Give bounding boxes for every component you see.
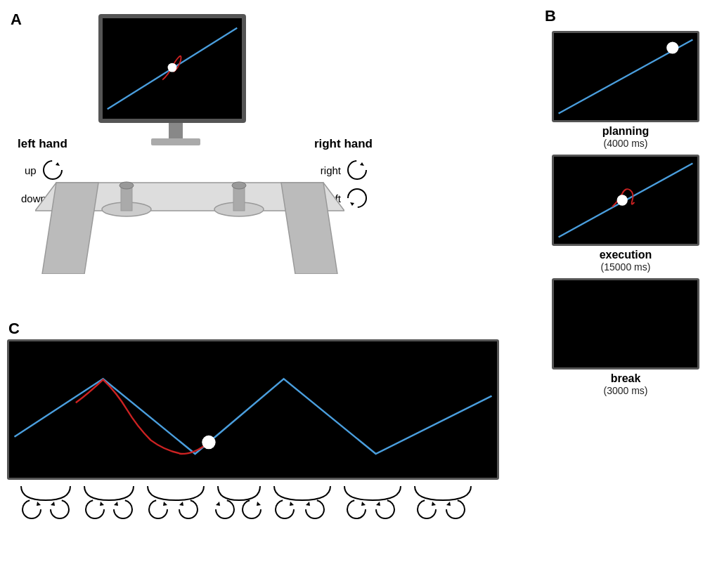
svg-point-14 — [232, 182, 246, 189]
svg-marker-35 — [257, 502, 261, 506]
right-right-icon — [345, 158, 369, 182]
break-duration: (3000 ms) — [603, 385, 647, 396]
svg-rect-10 — [121, 186, 132, 211]
svg-point-16 — [666, 41, 678, 53]
svg-point-19 — [202, 436, 215, 449]
svg-marker-47 — [446, 502, 451, 506]
planning-phase: planning (4000 ms) — [545, 31, 706, 149]
monitor-neck — [169, 123, 183, 138]
svg-marker-23 — [51, 502, 55, 506]
svg-marker-29 — [163, 502, 167, 506]
svg-point-1 — [168, 63, 177, 72]
c-icons-area — [7, 483, 499, 532]
svg-point-4 — [348, 161, 366, 179]
panel-label-b: B — [545, 7, 556, 25]
left-hand-title: left hand — [18, 137, 67, 151]
svg-point-11 — [119, 182, 134, 189]
svg-rect-13 — [233, 186, 245, 211]
section-a: A left hand right hand up — [7, 7, 380, 281]
svg-marker-41 — [361, 502, 366, 506]
execution-label: execution — [600, 249, 652, 261]
svg-marker-45 — [432, 502, 436, 506]
right-hand-title: right hand — [314, 137, 373, 151]
section-b: B planning (4000 ms) execution — [545, 7, 706, 396]
svg-marker-39 — [306, 502, 310, 506]
svg-marker-37 — [290, 502, 294, 506]
svg-point-18 — [617, 195, 628, 205]
svg-marker-27 — [114, 502, 118, 506]
execution-phase: execution (15000 ms) — [545, 155, 706, 273]
execution-screen — [552, 155, 699, 246]
section-c: C — [7, 339, 499, 532]
svg-point-5 — [348, 189, 366, 207]
break-screen — [552, 278, 699, 370]
svg-marker-21 — [37, 502, 41, 506]
c-screen — [7, 339, 499, 480]
svg-marker-25 — [100, 502, 104, 506]
execution-duration: (15000 ms) — [601, 261, 651, 273]
planning-label: planning — [602, 125, 650, 138]
planning-duration: (4000 ms) — [603, 138, 647, 149]
monitor — [98, 14, 253, 145]
monitor-screen — [98, 14, 246, 123]
svg-marker-43 — [376, 502, 380, 506]
svg-marker-33 — [216, 502, 220, 506]
monitor-base — [151, 138, 200, 145]
desk — [35, 162, 344, 274]
break-phase: break (3000 ms) — [545, 278, 706, 396]
svg-marker-31 — [179, 502, 183, 506]
planning-screen — [552, 31, 699, 122]
right-left-icon — [345, 186, 369, 210]
panel-label-c: C — [8, 320, 20, 338]
panel-label-a: A — [11, 11, 22, 29]
break-label: break — [611, 372, 641, 385]
